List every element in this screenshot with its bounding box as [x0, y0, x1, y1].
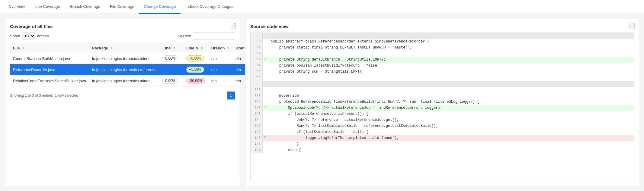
code-line: 145 Run<?, ?> lastCompletedBuild = refer…: [251, 123, 634, 129]
code-content: if (actualReferenceJob.isPresent()) {: [268, 111, 634, 117]
table-row[interactable]: ReferenceRecorder.java io.jenkins.plugin…: [10, 64, 280, 75]
coverage-marker: [263, 45, 268, 51]
coverage-marker: [263, 63, 268, 69]
sort-icon-package: ⇅: [110, 47, 113, 50]
sort-icon-line: ⇅: [173, 47, 175, 50]
line-number: 143: [251, 111, 263, 117]
show-label: Show: [10, 34, 20, 38]
line-number: 148: [251, 141, 263, 147]
cell-package: io.jenkins.plugins.forensics.miner: [89, 75, 159, 86]
code-line: 140 @Override: [251, 93, 634, 99]
sort-icon-branch: ⇅: [227, 47, 229, 50]
line-number: 140: [251, 93, 263, 99]
line-number: 142: [251, 105, 263, 111]
coverage-marker: [263, 51, 268, 57]
right-panel-title: Source code view: [250, 24, 634, 29]
cell-package: io.jenkins.plugins.forensics.reference: [89, 64, 159, 75]
code-line: 51 private static final String DEFAULT_T…: [251, 45, 634, 51]
left-panel-title: Coverage of all files: [10, 24, 235, 29]
code-line: 1470 logger.logInfo("No completed build …: [251, 135, 634, 141]
coverage-marker: [263, 87, 268, 93]
col-package[interactable]: Package ⇅: [89, 43, 159, 53]
code-content: private String defaultBranch = StringUti…: [268, 57, 634, 63]
page-1-button[interactable]: 1: [227, 91, 235, 100]
col-line[interactable]: Line ⇅: [159, 43, 183, 53]
cell-branch: n/a: [208, 53, 232, 64]
show-entries-row: Show 10 25 50 entries: [10, 33, 49, 39]
controls-row: Show 10 25 50 entries Search:: [10, 33, 235, 39]
col-branch[interactable]: Branch ⇅: [208, 43, 232, 53]
tab-branch-coverage[interactable]: Branch Coverage: [65, 0, 105, 14]
cell-line: 79.31%: [159, 64, 183, 75]
code-content: }: [268, 141, 634, 147]
coverage-marker: [263, 93, 268, 99]
left-panel: 📄 Coverage of all files Show 10 25 50 en…: [5, 19, 240, 186]
code-content: logger.logInfo("No completed build found…: [268, 135, 634, 141]
code-content: [268, 51, 634, 57]
code-content: public abstract class ReferenceRecorder …: [268, 39, 634, 45]
code-content: Optional<Job<?, ?>> actualReferenceJob =…: [268, 105, 634, 111]
panel-icon-left: 📄: [230, 23, 236, 29]
cell-line: 0.00%: [159, 75, 183, 86]
coverage-marker: 1: [263, 105, 268, 111]
tab-overview[interactable]: Overview: [4, 0, 30, 14]
top-navigation: Overview Line Coverage Branch Coverage F…: [0, 0, 644, 14]
code-line: ..: [251, 33, 634, 39]
tab-file-coverage[interactable]: File Coverage: [105, 0, 139, 14]
coverage-table: File ⇅ Package ⇅ Line ⇅ Line Δ ⇅: [10, 43, 280, 86]
code-line: ..: [251, 81, 634, 87]
table-row[interactable]: CommitStatisticsBuildAction.java io.jenk…: [10, 53, 280, 64]
cell-line-delta: -50.00%: [183, 75, 208, 86]
coverage-marker: [263, 129, 268, 135]
code-content: [268, 33, 634, 39]
table-row[interactable]: RelativeCountForensicsSeriesBuilder.java…: [10, 75, 280, 86]
line-number: 149: [251, 147, 263, 153]
code-line: 143 if (actualReferenceJob.isPresent()) …: [251, 111, 634, 117]
panel-icon-right: 📄: [629, 23, 635, 29]
tab-change-coverage[interactable]: Change Coverage: [139, 0, 181, 14]
line-number: 145: [251, 123, 263, 129]
sort-icon-line-delta: ⇅: [200, 47, 203, 50]
code-line: 50public abstract class ReferenceRecorde…: [251, 39, 634, 45]
code-line: 55 private String scm = StringUtils.EMPT…: [251, 69, 634, 75]
entries-select[interactable]: 10 25 50: [22, 33, 35, 39]
col-line-delta[interactable]: Line Δ ⇅: [183, 43, 208, 53]
line-number: 141: [251, 99, 263, 105]
line-number: 146: [251, 129, 263, 135]
code-content: [268, 87, 634, 93]
col-file[interactable]: File ⇅: [10, 43, 89, 53]
coverage-marker: [263, 111, 268, 117]
line-number: 53: [251, 57, 263, 63]
code-content: private boolean latestBuildIfNotFound = …: [268, 63, 634, 69]
search-input[interactable]: [193, 33, 235, 39]
code-line: 139: [251, 87, 634, 93]
cell-branch: n/a: [208, 64, 232, 75]
cell-file: RelativeCountForensicsSeriesBuilder.java: [10, 75, 89, 86]
coverage-marker: [263, 81, 268, 87]
tab-indirect-coverage-changes[interactable]: Indirect Coverage Changes: [181, 0, 238, 14]
cell-file: CommitStatisticsBuildAction.java: [10, 53, 89, 64]
code-content: [268, 75, 634, 81]
code-container[interactable]: ..50public abstract class ReferenceRecor…: [250, 33, 634, 181]
table-header-row: File ⇅ Package ⇅ Line ⇅ Line Δ ⇅: [10, 43, 280, 53]
code-line: 1421 Optional<Job<?, ?>> actualReference…: [251, 105, 634, 111]
cell-line-delta: +1.15%: [183, 64, 208, 75]
line-number: 52: [251, 51, 263, 57]
footer-showing: Showing 1 to 3 of 3 entries 1 row select…: [10, 93, 78, 98]
main-layout: 📄 Coverage of all files Show 10 25 50 en…: [0, 14, 644, 191]
line-number: 55: [251, 69, 263, 75]
code-line: 149 else {: [251, 147, 634, 153]
search-row: Search:: [178, 33, 235, 39]
line-number: 144: [251, 117, 263, 123]
code-line: 146 if (lastCompletedBuild == null) {: [251, 129, 634, 135]
entries-label: entries: [37, 34, 49, 38]
search-label: Search:: [178, 34, 191, 38]
line-number: 139: [251, 87, 263, 93]
tab-line-coverage[interactable]: Line Coverage: [30, 0, 65, 14]
coverage-marker: [263, 117, 268, 123]
line-number: 50: [251, 39, 263, 45]
cell-branch: n/a: [208, 75, 232, 86]
coverage-marker: [263, 75, 268, 81]
code-line: 54 private boolean latestBuildIfNotFound…: [251, 63, 634, 69]
cell-line-delta: +0.00%: [183, 53, 208, 64]
